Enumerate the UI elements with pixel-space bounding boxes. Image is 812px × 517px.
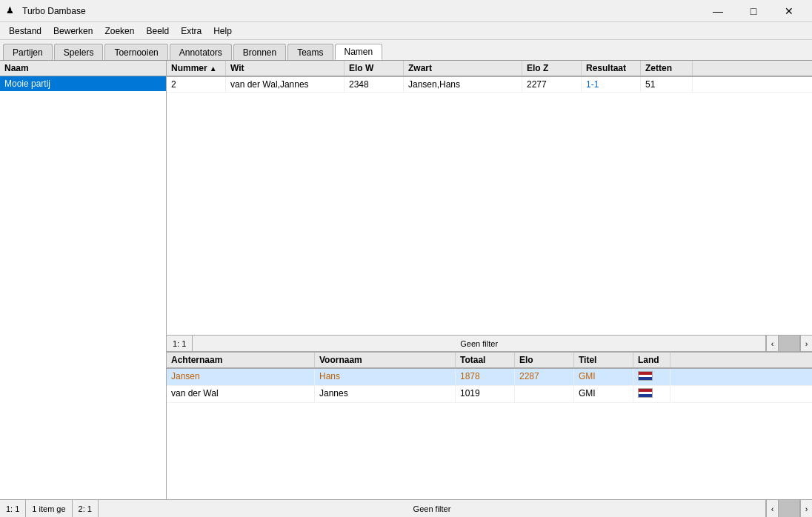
td-eloz: 2277 [522, 77, 582, 92]
bottom-items: 1 item ge [26, 500, 72, 517]
tab-annotators[interactable]: Annotators [170, 44, 232, 60]
table-row[interactable]: van der Wal Jannes 1019 GMI [167, 386, 812, 403]
maximize-button[interactable]: □ [736, 0, 771, 22]
td-totaal: 1878 [456, 369, 515, 385]
th-achternaam[interactable]: Achternaam [167, 353, 315, 367]
th-eloz[interactable]: Elo Z [522, 61, 582, 76]
td-titel: GMI [574, 369, 633, 385]
menu-bewerken[interactable]: Bewerken [47, 22, 99, 39]
list-item[interactable]: Mooie partij [0, 76, 166, 91]
td-voornaam: Hans [315, 369, 456, 385]
app-icon: ♟ [6, 5, 18, 17]
bottom-scrollbar-thumb[interactable] [778, 500, 800, 517]
left-panel-header: Naam [0, 61, 166, 76]
upper-table-area: Nummer ▲ Wit Elo W Zwart Elo Z Resultaat [167, 61, 812, 335]
main-content: Naam Mooie partij Nummer ▲ Wit Elo W Zwa… [0, 61, 812, 499]
upper-status-bar: 1: 1 Geen filter ‹ › [167, 335, 812, 351]
tab-bronnen[interactable]: Bronnen [233, 44, 286, 60]
tab-namen[interactable]: Namen [335, 44, 383, 60]
th-wit[interactable]: Wit [226, 61, 345, 76]
td-elow: 2348 [345, 77, 404, 92]
menu-bar: Bestand Bewerken Zoeken Beeld Extra Help [0, 22, 812, 40]
lower-table-body[interactable]: Jansen Hans 1878 2287 GMI van der Wal Ja… [167, 369, 812, 499]
th-voornaam[interactable]: Voornaam [315, 353, 456, 367]
td-land [633, 369, 670, 385]
td-zwart: Jansen,Hans [404, 77, 522, 92]
menu-help[interactable]: Help [207, 22, 238, 39]
th-zetten[interactable]: Zetten [641, 61, 693, 76]
bottom-record1: 1: 1 [0, 500, 26, 517]
bottom-scroll-right[interactable]: › [800, 500, 812, 517]
upper-scroll-left[interactable]: ‹ [766, 336, 778, 351]
upper-status-record: 1: 1 [167, 336, 193, 351]
sort-arrow-nummer: ▲ [210, 64, 217, 73]
td-elo: 2287 [515, 369, 574, 385]
td-achternaam: Jansen [167, 369, 315, 385]
tab-spelers[interactable]: Spelers [54, 44, 104, 60]
th-land[interactable]: Land [633, 353, 670, 367]
title-bar: ♟ Turbo Dambase — □ ✕ [0, 0, 812, 22]
tab-teams[interactable]: Teams [287, 44, 333, 60]
status-bar-bottom: 1: 1 1 item ge 2: 1 Geen filter ‹ › [0, 499, 812, 517]
th-resultaat[interactable]: Resultaat [582, 61, 641, 76]
window-controls: — □ ✕ [701, 0, 806, 22]
flag-icon [638, 371, 653, 381]
menu-bestand[interactable]: Bestand [3, 22, 47, 39]
th-nummer[interactable]: Nummer ▲ [167, 61, 226, 76]
tab-bar: Partijen Spelers Toernooien Annotators B… [0, 40, 812, 61]
menu-extra[interactable]: Extra [175, 22, 207, 39]
td-land [633, 386, 670, 402]
bottom-record2: 2: 1 [73, 500, 99, 517]
flag-icon [638, 388, 653, 398]
upper-scrollbar-thumb[interactable] [778, 336, 800, 351]
th-elo[interactable]: Elo [515, 353, 574, 367]
td-zetten: 51 [641, 77, 693, 92]
td-elo [515, 386, 574, 402]
app-title: Turbo Dambase [22, 6, 701, 16]
td-totaal: 1019 [456, 386, 515, 402]
th-elow[interactable]: Elo W [345, 61, 404, 76]
th-zwart[interactable]: Zwart [404, 61, 522, 76]
td-resultaat: 1-1 [582, 77, 641, 92]
th-titel[interactable]: Titel [574, 353, 633, 367]
td-achternaam: van der Wal [167, 386, 315, 402]
left-panel: Naam Mooie partij [0, 61, 167, 499]
td-voornaam: Jannes [315, 386, 456, 402]
td-nummer: 2 [167, 77, 226, 92]
left-panel-list[interactable]: Mooie partij [0, 76, 166, 499]
right-panel: Nummer ▲ Wit Elo W Zwart Elo Z Resultaat [167, 61, 812, 499]
menu-zoeken[interactable]: Zoeken [99, 22, 140, 39]
td-titel: GMI [574, 386, 633, 402]
bottom-scroll-left[interactable]: ‹ [766, 500, 778, 517]
lower-table-area: Achternaam Voornaam Totaal Elo Titel Lan… [167, 351, 812, 499]
td-wit: van der Wal,Jannes [226, 77, 345, 92]
tab-partijen[interactable]: Partijen [3, 44, 53, 60]
table-row[interactable]: 2 van der Wal,Jannes 2348 Jansen,Hans 22… [167, 77, 812, 93]
menu-beeld[interactable]: Beeld [140, 22, 175, 39]
th-totaal[interactable]: Totaal [456, 353, 515, 367]
table-row[interactable]: Jansen Hans 1878 2287 GMI [167, 369, 812, 386]
upper-table-header: Nummer ▲ Wit Elo W Zwart Elo Z Resultaat [167, 61, 812, 77]
close-button[interactable]: ✕ [772, 0, 806, 22]
bottom-filter: Geen filter [99, 500, 766, 517]
minimize-button[interactable]: — [701, 0, 735, 22]
upper-table-body[interactable]: 2 van der Wal,Jannes 2348 Jansen,Hans 22… [167, 77, 812, 335]
lower-table-header: Achternaam Voornaam Totaal Elo Titel Lan… [167, 353, 812, 369]
upper-scroll-right[interactable]: › [800, 336, 812, 351]
upper-status-filter: Geen filter [193, 336, 766, 351]
tab-toernooien[interactable]: Toernooien [104, 44, 167, 60]
